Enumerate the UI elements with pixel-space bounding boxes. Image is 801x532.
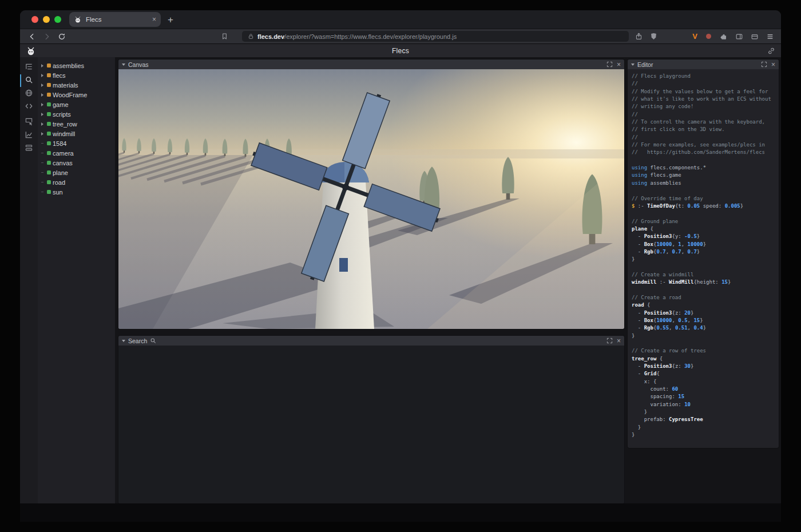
active-indicator (20, 74, 21, 87)
collapse-caret-icon[interactable] (122, 340, 125, 342)
tab-close-icon[interactable]: × (152, 16, 156, 23)
code-line: $ :- TimeOfDay{t: 0.05 speed: 0.005} (632, 203, 779, 210)
tree-item-canvas[interactable]: canvas (38, 158, 115, 168)
tree-item-1584[interactable]: 1584 (38, 138, 115, 148)
module-square-icon (47, 83, 51, 87)
zoom-window-button[interactable] (54, 16, 61, 23)
3d-viewport[interactable] (118, 69, 624, 329)
sidebar-item-queries[interactable] (25, 76, 33, 84)
tree-item-sun[interactable]: sun (38, 187, 115, 197)
code-line: // Override time of day (632, 195, 779, 203)
expand-caret-icon[interactable] (39, 121, 45, 127)
sidebar-item-stats[interactable] (25, 130, 33, 139)
code-line: prefab: CypressTree (632, 416, 779, 423)
canvas-panel-title: Canvas (128, 61, 149, 68)
code-line (632, 210, 779, 217)
leaf-dash-icon (39, 160, 45, 166)
permalink-icon[interactable] (767, 47, 775, 55)
expand-caret-icon[interactable] (39, 112, 45, 117)
expand-panel-icon[interactable] (606, 338, 613, 344)
entity-square-icon (47, 102, 51, 106)
module-square-icon (47, 93, 51, 97)
code-line: } (632, 424, 779, 431)
tree-item-road[interactable]: road (38, 177, 115, 187)
leaf-dash-icon (39, 150, 45, 156)
extensions-icon[interactable] (720, 33, 728, 41)
share-icon[interactable] (633, 31, 644, 42)
leaf-dash-icon (39, 141, 45, 146)
close-window-button[interactable] (31, 16, 38, 23)
search-panel-header: Search × (118, 336, 624, 346)
brave-vpn-button[interactable]: V (692, 32, 697, 41)
entity-tree: assembliesflecsmaterialsWoodFramegamescr… (38, 57, 115, 503)
sidebar-item-entities[interactable] (25, 62, 33, 71)
tree-item-WoodFrame[interactable]: WoodFrame (38, 90, 115, 100)
code-line (632, 264, 779, 271)
tree-item-assemblies[interactable]: assemblies (38, 61, 115, 70)
sidebar-item-logs[interactable] (25, 144, 33, 152)
code-line: - Position3{y: -0.5} (632, 233, 779, 240)
tree-item-flecs[interactable]: flecs (38, 70, 115, 80)
code-line: } (632, 408, 779, 416)
menu-icon[interactable] (766, 33, 774, 41)
code-line: spacing: 15 (632, 393, 779, 400)
reload-button[interactable] (57, 31, 67, 42)
expand-caret-icon[interactable] (39, 63, 45, 69)
code-line: road { (632, 301, 779, 309)
search-icon (150, 338, 156, 344)
code-line: } (632, 332, 779, 340)
brave-shield-icon[interactable] (648, 31, 659, 42)
tree-item-camera[interactable]: camera (38, 148, 115, 158)
browser-tab-flecs[interactable]: Flecs × (69, 12, 161, 27)
expand-caret-icon[interactable] (39, 102, 45, 108)
back-button[interactable] (27, 31, 37, 42)
tree-item-windmill[interactable]: windmill (38, 129, 115, 138)
tree-item-label: camera (53, 150, 74, 157)
editor-code[interactable]: // Flecs playground//// Modify the value… (628, 69, 779, 439)
window-controls (20, 16, 69, 23)
search-results-area[interactable] (118, 346, 624, 503)
tree-item-tree_row[interactable]: tree_row (38, 119, 115, 129)
expand-caret-icon[interactable] (39, 73, 45, 78)
tree-item-game[interactable]: game (38, 100, 115, 109)
code-line: // (632, 111, 779, 118)
code-line: windmill :- WindMill{height: 15} (632, 279, 779, 286)
wallet-icon[interactable] (751, 33, 759, 41)
address-bar[interactable]: flecs.dev/explorer/?wasm=https://www.fle… (242, 31, 629, 42)
entity-square-icon (47, 132, 51, 136)
module-square-icon (47, 63, 51, 68)
expand-panel-icon[interactable] (606, 61, 613, 68)
close-panel-icon[interactable]: × (771, 61, 775, 68)
app-main: assembliesflecsmaterialsWoodFramegamescr… (20, 57, 781, 503)
forward-button[interactable] (42, 31, 52, 42)
expand-caret-icon[interactable] (39, 92, 45, 98)
code-line: // https://github.com/SanderMertens/flec… (632, 149, 779, 156)
code-line: - Box{10000, 1, 10000} (632, 241, 779, 248)
sidebar-item-inspector[interactable] (25, 117, 33, 126)
bookmark-icon[interactable] (219, 31, 229, 42)
new-tab-button[interactable]: + (168, 15, 173, 25)
expand-panel-icon[interactable] (761, 61, 767, 68)
close-panel-icon[interactable]: × (617, 61, 621, 68)
extension-badge-icon[interactable] (705, 33, 712, 40)
collapse-caret-icon[interactable] (631, 63, 635, 66)
side-panel-icon[interactable] (735, 33, 743, 41)
close-panel-icon[interactable]: × (617, 338, 621, 344)
collapse-caret-icon[interactable] (122, 63, 125, 66)
expand-caret-icon[interactable] (39, 131, 45, 137)
url-path: /explorer/?wasm=https://www.flecs.dev/ex… (284, 33, 457, 40)
tree-item-scripts[interactable]: scripts (38, 109, 115, 119)
code-line: // To control the camera with the keyboa… (632, 118, 779, 126)
code-line: // first click on the 3D view. (632, 126, 779, 133)
minimize-window-button[interactable] (43, 16, 50, 23)
sidebar-item-code[interactable] (25, 102, 33, 110)
canvas-panel: Canvas × (118, 59, 624, 329)
tab-bar: Flecs × + (20, 10, 781, 29)
tree-item-materials[interactable]: materials (38, 80, 115, 90)
tree-item-plane[interactable]: plane (38, 168, 115, 177)
code-line: // (632, 134, 779, 141)
sidebar-item-world[interactable] (25, 89, 33, 97)
code-line: // Flecs playground (632, 73, 779, 80)
expand-caret-icon[interactable] (39, 82, 45, 88)
code-line: - Rgb{0.7, 0.7, 0.7} (632, 248, 779, 256)
